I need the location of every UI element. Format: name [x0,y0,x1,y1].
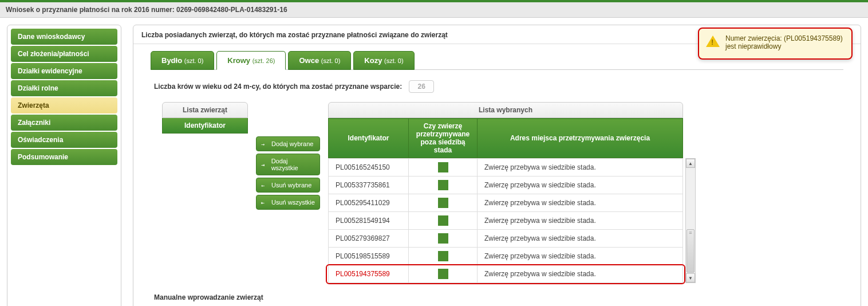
col-address: Adres miejsca przetrzymywania zwierzęcia [478,119,683,158]
sidebar: Dane wnioskodawcyCel złożenia/płatnościD… [7,25,121,306]
checkbox-icon[interactable] [438,269,448,279]
main-panel: Liczba posiadanych zwierząt, do których … [133,25,861,306]
cell-address: Zwierzę przebywa w siedzibie stada. [478,212,683,230]
cell-identyfikator: PL005194375589 [329,265,409,283]
sidebar-item-0[interactable]: Dane wnioskodawcy [11,29,117,45]
add-all-button[interactable]: ⇥ Dodaj wszystkie [256,154,320,175]
tab-krowy[interactable]: Krowy (szt. 26) [216,51,286,70]
sidebar-item-3[interactable]: Działki rolne [11,80,117,96]
cell-identyfikator: PL005198515589 [329,248,409,265]
cell-outside-check[interactable] [409,212,478,230]
cell-outside-check[interactable] [409,159,478,176]
scroll-thumb[interactable] [686,229,695,273]
scroll-up-button[interactable]: ▲ [686,159,695,168]
left-column-header: Identyfikator [162,118,248,134]
right-list-title: Lista wybranych [328,102,683,118]
cell-outside-check[interactable] [409,176,478,194]
table-row[interactable]: PL005279369827Zwierzę przebywa w siedzib… [329,230,683,248]
cell-outside-check[interactable] [409,194,478,212]
sidebar-item-6[interactable]: Oświadczenia [11,132,117,148]
scrollbar[interactable]: ▲ ▼ [685,158,696,283]
cell-identyfikator: PL005279369827 [329,230,409,248]
checkbox-icon[interactable] [438,251,448,261]
table-row[interactable]: PL005194375589Zwierzę przebywa w siedzib… [329,265,683,283]
table-row[interactable]: PL005198515589Zwierzę przebywa w siedzib… [329,248,683,265]
cell-outside-check[interactable] [409,248,478,265]
remove-selected-button[interactable]: ← Usuń wybrane [256,178,320,193]
checkbox-icon[interactable] [438,215,448,226]
checkbox-icon[interactable] [438,198,448,208]
cell-identyfikator: PL005165245150 [329,159,409,176]
table-row[interactable]: PL005337735861Zwierzę przebywa w siedzib… [329,176,683,194]
tab-kozy[interactable]: Kozy (szt. 0) [353,51,414,70]
table-row[interactable]: PL005165245150Zwierzę przebywa w siedzib… [329,159,683,176]
col-identyfikator: Identyfikator [329,119,409,158]
checkbox-icon[interactable] [438,233,448,244]
selected-table: Identyfikator Czy zwierzę przetrzymywane… [328,118,683,158]
age-count-value: 26 [409,80,434,93]
warning-icon [706,36,720,47]
scroll-down-button[interactable]: ▼ [686,273,695,283]
cell-outside-check[interactable] [409,230,478,248]
remove-selected-label: Usuń wybrane [271,182,311,189]
left-list-title: Lista zwierząt [162,102,248,118]
sidebar-item-4[interactable]: Zwierzęta [11,97,117,113]
arrow-right-icon: → [261,141,268,147]
checkbox-icon[interactable] [438,180,448,190]
remove-all-label: Usuń wszystkie [271,199,315,206]
arrow-left-icon: ← [261,182,268,189]
error-toast: Numer zwierzęcia: (PL005194375589) jest … [698,28,853,60]
cell-address: Zwierzę przebywa w siedzibie stada. [478,176,683,194]
cell-address: Zwierzę przebywa w siedzibie stada. [478,265,683,283]
checkbox-icon[interactable] [438,162,448,172]
sidebar-item-2[interactable]: Działki ewidencyjne [11,63,117,79]
arrow-right-all-icon: ⇥ [261,162,268,168]
remove-all-button[interactable]: ⇤ Usuń wszystkie [256,195,320,210]
age-count-label: Liczba krów w wieku od 24 m-cy, do który… [154,83,402,91]
toast-text: Numer zwierzęcia: (PL005194375589) jest … [725,34,843,50]
cell-address: Zwierzę przebywa w siedzibie stada. [478,159,683,176]
cell-outside-check[interactable] [409,265,478,283]
add-selected-button[interactable]: → Dodaj wybrane [256,136,320,151]
table-row[interactable]: PL005295411029Zwierzę przebywa w siedzib… [329,194,683,212]
page-title: Wniosek o przyznanie płatności na rok 20… [0,0,868,18]
add-all-label: Dodaj wszystkie [271,158,315,171]
cell-identyfikator: PL005295411029 [329,194,409,212]
cell-address: Zwierzę przebywa w siedzibie stada. [478,194,683,212]
cell-address: Zwierzę przebywa w siedzibie stada. [478,248,683,265]
sidebar-item-5[interactable]: Załączniki [11,115,117,131]
add-selected-label: Dodaj wybrane [271,140,313,147]
manual-entry-title: Manualne wprowadzanie zwierząt [154,293,843,301]
sidebar-item-7[interactable]: Podsumowanie [11,149,117,165]
cell-identyfikator: PL005337735861 [329,176,409,194]
sidebar-item-1[interactable]: Cel złożenia/płatności [11,46,117,62]
arrow-left-all-icon: ⇤ [261,199,268,206]
cell-address: Zwierzę przebywa w siedzibie stada. [478,230,683,248]
col-outside: Czy zwierzę przetrzymywane poza siedzibą… [409,119,478,158]
tab-owce[interactable]: Owce (szt. 0) [288,51,351,70]
tab-bydło[interactable]: Bydło (szt. 0) [151,51,214,70]
cell-identyfikator: PL005281549194 [329,212,409,230]
table-row[interactable]: PL005281549194Zwierzę przebywa w siedzib… [329,212,683,230]
